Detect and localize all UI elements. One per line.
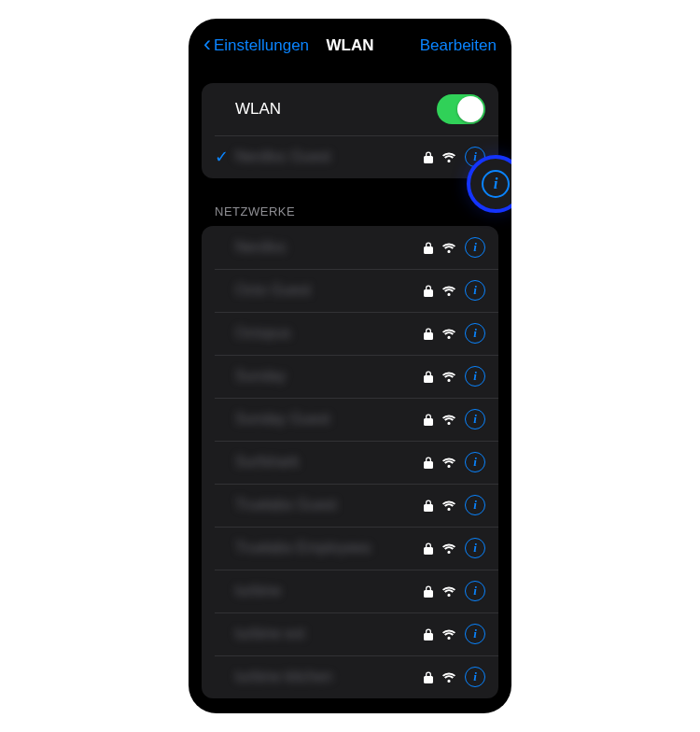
network-row[interactable]: Surfsharki [202,441,498,484]
network-status-icons: i [424,624,485,644]
info-icon[interactable]: i [465,323,485,344]
lock-icon [424,585,433,598]
network-status-icons: i [424,237,485,258]
connected-network-name: Nerdloc Guest [235,148,424,165]
info-icon[interactable]: i [465,495,485,515]
page-title: WLAN [327,36,374,55]
network-name: Truelabs Employees [235,540,424,556]
check-icon: ✓ [215,147,235,167]
network-row[interactable]: Sundayi [202,355,498,398]
network-name: Nerdloc [235,239,424,256]
wifi-icon [441,585,456,597]
network-status-icons: i [424,366,485,387]
networks-list: NerdlociOcto GuestiOctopusiSundayiSunday… [202,226,498,698]
lock-icon [424,500,433,512]
wifi-icon [441,285,456,296]
info-icon: i [482,170,510,198]
info-icon[interactable]: i [465,452,485,472]
lock-icon [424,285,433,297]
lock-icon [424,457,433,469]
network-name: Sunday [235,368,424,385]
network-row[interactable]: Truelabs Employeesi [202,527,498,570]
lock-icon [424,542,433,555]
lock-icon [424,151,433,163]
wifi-icon [441,414,456,425]
lock-icon [424,414,433,426]
network-row[interactable]: Truelabs Guesti [202,484,498,527]
info-icon[interactable]: i [465,280,485,301]
info-icon[interactable]: i [465,538,485,558]
network-row[interactable]: Octopusi [202,312,498,355]
wifi-icon [441,457,456,468]
network-name: Octopus [235,325,424,342]
network-status-icons: i [424,581,485,601]
network-name: Octo Guest [235,282,424,299]
network-row[interactable]: turbinei [202,570,498,612]
edit-button[interactable]: Bearbeiten [420,36,497,55]
phone-frame: ‹ Einstellungen WLAN Bearbeiten WLAN ✓ N… [189,19,511,713]
network-status-icons: i [424,323,485,344]
wifi-icon [441,242,456,253]
wifi-icon [441,500,456,511]
network-status-icons: i [424,280,485,301]
network-name: turbine ext [235,626,424,642]
bottom-fade [189,698,511,713]
info-icon[interactable]: i [465,366,485,387]
back-label: Einstellungen [214,36,309,55]
lock-icon [424,671,433,683]
network-row[interactable]: turbine exti [202,612,498,655]
chevron-left-icon: ‹ [203,33,211,55]
network-row[interactable]: Octo Guesti [202,269,498,312]
connected-network-row[interactable]: ✓ Nerdloc Guest i [202,135,498,178]
network-row[interactable]: turbine kitcheni [202,655,498,698]
navbar: ‹ Einstellungen WLAN Bearbeiten [189,19,511,68]
wlan-label: WLAN [235,100,437,119]
lock-icon [424,242,433,254]
info-icon[interactable]: i [465,237,485,258]
back-button[interactable]: ‹ Einstellungen [203,35,309,55]
wlan-toggle-row: WLAN [202,83,498,135]
network-status-icons: i [424,538,485,558]
network-status-icons: i [424,667,485,687]
network-name: turbine kitchen [235,669,424,685]
network-status-icons: i [424,452,485,472]
info-icon[interactable]: i [465,409,485,429]
lock-icon [424,328,433,340]
info-icon[interactable]: i [465,581,485,601]
info-icon[interactable]: i [465,624,485,644]
lock-icon [424,371,433,383]
wifi-icon [441,542,456,554]
networks-section-label: NETZWERKE [189,178,511,226]
network-row[interactable]: Sunday Guesti [202,398,498,441]
network-name: Truelabs Guest [235,497,424,514]
wifi-icon [441,328,456,339]
lock-icon [424,628,433,640]
info-icon[interactable]: i [465,667,485,687]
network-name: Surfshark [235,454,424,471]
wlan-group: WLAN ✓ Nerdloc Guest i [202,83,498,178]
network-name: Sunday Guest [235,411,424,428]
wifi-icon [441,628,456,640]
wlan-toggle[interactable] [437,94,485,124]
wifi-icon [441,371,456,382]
network-name: turbine [235,583,424,599]
wifi-icon [441,151,456,162]
network-status-icons: i [424,495,485,515]
wifi-icon [441,671,456,683]
network-row[interactable]: Nerdloci [202,226,498,269]
network-status-icons: i [424,409,485,429]
